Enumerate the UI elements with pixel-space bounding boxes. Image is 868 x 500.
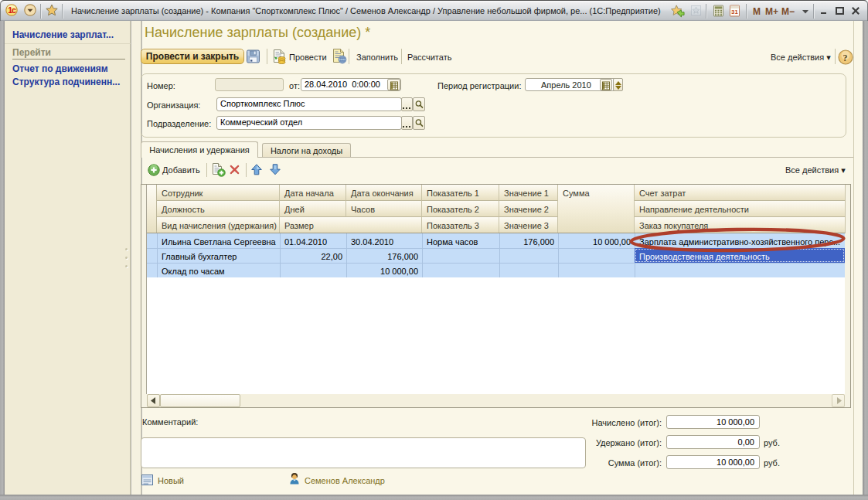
svg-text:1с: 1с bbox=[8, 5, 16, 15]
svg-text:?: ? bbox=[842, 53, 847, 63]
svg-text:31: 31 bbox=[731, 9, 738, 15]
